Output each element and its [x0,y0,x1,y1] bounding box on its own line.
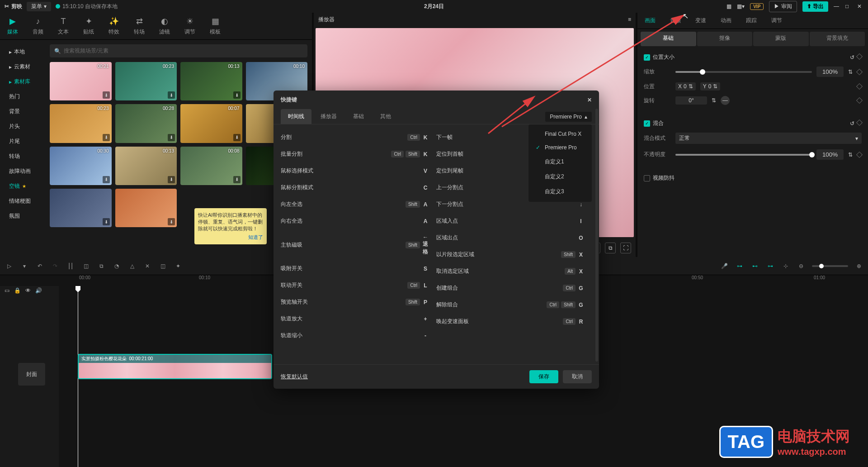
stepper-icon[interactable]: ⇅ [713,83,717,90]
download-icon[interactable]: ⬇ [103,218,110,225]
shortcut-row[interactable]: 向右全选A [281,213,429,229]
download-icon[interactable]: ⬇ [168,91,175,99]
snap-icon[interactable]: ⊷ [750,262,760,271]
modal-tab-时间线[interactable]: 时间线 [281,109,311,124]
download-icon[interactable]: ⬇ [103,91,110,99]
sidebar-item-本地[interactable]: ▸ 本地 [0,44,45,59]
sidebar-item-转场[interactable]: 转场 [0,149,45,164]
magnet-icon[interactable]: ⊶ [735,262,744,271]
stepper-icon[interactable]: ⇅ [848,69,853,75]
sidebar-item-故障动画[interactable]: 故障动画 [0,164,45,179]
keyframe-icon[interactable] [856,97,863,104]
opacity-input[interactable] [816,149,844,160]
property-tab-动画[interactable]: 动画 [713,13,739,29]
keyframe-icon[interactable] [856,53,863,59]
sidebar-item-云素材[interactable]: ▸ 云素材 [0,59,45,74]
top-tab-文本[interactable]: T文本 [51,13,76,39]
tooltip-ok-button[interactable]: 知道了 [198,234,263,241]
shortcut-row[interactable]: 联动开关CtrlL [281,277,429,294]
property-tab-调节[interactable]: 调节 [764,13,789,29]
top-tab-转场[interactable]: ⇄转场 [127,13,152,39]
close-icon[interactable]: ✕ [857,3,863,10]
shortcut-row[interactable]: 区域入点I [436,213,585,229]
media-thumbnail[interactable]: 00:23⬇ [50,104,112,143]
download-icon[interactable]: ⬇ [233,176,241,183]
shortcut-row[interactable]: 鼠标分割模式C [281,179,429,196]
cover-button[interactable]: 封面 [18,363,45,386]
shortcut-row[interactable]: 批量分割CtrlShiftK [281,146,429,162]
mic-icon[interactable]: 🎤 [720,262,729,271]
shortcut-row[interactable]: 创建组合CtrlG [436,280,585,296]
sidebar-item-氛围[interactable]: 氛围 [0,209,45,224]
shortcut-row[interactable]: 区域出点O [436,229,585,246]
modal-tab-其他[interactable]: 其他 [373,109,398,124]
media-thumbnail[interactable]: ⬇ [50,189,112,227]
menu-button[interactable]: 菜单 ▾ [27,2,51,11]
sidebar-item-背景[interactable]: 背景 [0,104,45,119]
redo-icon[interactable]: ↷ [51,262,60,271]
download-icon[interactable]: ⬇ [103,134,110,141]
sidebar-item-片头[interactable]: 片头 [0,119,45,134]
shortcut-row[interactable]: 唤起变速面板CtrlR [436,313,585,330]
shortcut-row[interactable]: 轨道放大+ [281,310,429,327]
track-mute-icon[interactable]: 🔊 [35,287,42,294]
ai-icon[interactable]: ✦ [174,262,183,271]
shortcut-row[interactable]: 预览轴开关ShiftP [281,294,429,310]
mirror-icon[interactable]: ✕ [143,262,152,271]
sidebar-item-热门[interactable]: 热门 [0,89,45,104]
download-icon[interactable]: ⬇ [103,176,110,183]
shortcut-row[interactable]: 吸附开关S [281,260,429,277]
zoom-fit-icon[interactable]: ⊕ [854,262,863,271]
property-subtab-背景填充[interactable]: 背景填充 [810,32,865,46]
stepper-icon[interactable]: ⇅ [848,152,853,158]
video-clip[interactable]: 实景拍摄粉色樱花花朵 00:00:21:00 [78,354,272,379]
property-subtab-蒙版[interactable]: 蒙版 [753,32,809,46]
media-thumbnail[interactable]: 00:30⬇ [50,147,112,185]
property-subtab-抠像[interactable]: 抠像 [697,32,753,46]
preview-axis-icon[interactable]: ⊹ [781,262,790,271]
maximize-icon[interactable]: □ [845,3,852,10]
reset-icon[interactable]: ↺ [850,120,854,127]
shortcut-row[interactable]: 主轨磁吸Shift←退格 [281,229,429,260]
top-tab-音频[interactable]: ♪音频 [25,13,51,39]
split-icon[interactable]: ⎮⎮ [66,262,75,271]
shortcut-row[interactable]: 向左全选ShiftA [281,196,429,213]
modal-tab-基础[interactable]: 基础 [346,109,371,124]
preset-option[interactable]: ✓Premiere Pro [528,141,592,154]
vip-badge[interactable]: VIP [750,3,764,10]
keyframe-icon[interactable] [856,119,863,125]
top-tab-特效[interactable]: ✨特效 [101,13,127,39]
top-tab-模板[interactable]: ▦模板 [203,13,228,39]
link-icon[interactable]: ⊶ [766,262,775,271]
restore-defaults-button[interactable]: 恢复默认值 [281,373,308,381]
save-button[interactable]: 保存 [529,370,558,383]
shortcut-row[interactable]: 以片段选定区域ShiftX [436,246,585,263]
y-input[interactable]: Y0⇅ [700,82,721,91]
top-tab-滤镜[interactable]: ◐滤镜 [152,13,177,39]
sidebar-item-情绪梗图[interactable]: 情绪梗图 [0,194,45,209]
preset-option[interactable]: 自定义3 [528,184,592,199]
reverse-icon[interactable]: △ [127,262,137,271]
select-tool-icon[interactable]: ▷ [5,262,14,271]
top-tab-媒体[interactable]: ▶媒体 [0,13,25,39]
minimize-icon[interactable]: — [834,3,840,10]
shortcut-row[interactable]: 鼠标选择模式V [281,162,429,179]
shortcut-row[interactable]: 分割CtrlK [281,129,429,146]
download-icon[interactable]: ⬇ [168,176,175,183]
scale-input[interactable] [816,67,844,77]
opacity-slider[interactable] [675,154,812,156]
download-icon[interactable]: ⬇ [168,218,175,225]
property-tab-跟踪[interactable]: 跟踪 [739,13,764,29]
keyframe-icon[interactable] [856,68,863,75]
layout-icon[interactable]: ▦ [726,3,731,10]
stabilize-header[interactable]: 视频防抖 [644,174,862,182]
flip-icon[interactable]: — [721,96,730,105]
zoom-slider[interactable] [812,265,848,267]
track-visible-icon[interactable]: 👁 [25,287,31,294]
shortcut-row[interactable]: 取消选定区域AltX [436,263,585,280]
freeze-icon[interactable]: ◔ [112,262,121,271]
media-thumbnail[interactable]: ⬇ [115,189,177,227]
export-button[interactable]: ⬆ 导出 [802,1,828,12]
shortcut-row[interactable]: 解除组合CtrlShiftG [436,296,585,313]
undo-icon[interactable]: ↶ [35,262,44,271]
